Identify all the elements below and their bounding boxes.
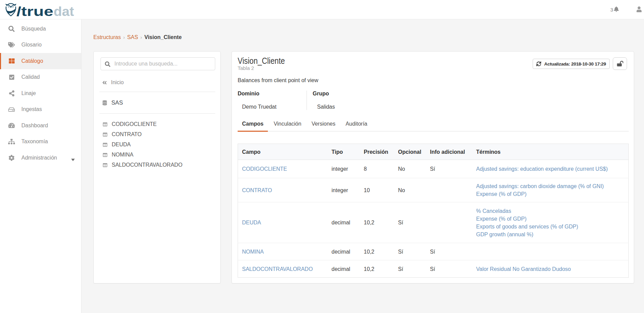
svg-text:dat: dat	[54, 4, 74, 17]
svg-text:/true: /true	[17, 4, 54, 17]
